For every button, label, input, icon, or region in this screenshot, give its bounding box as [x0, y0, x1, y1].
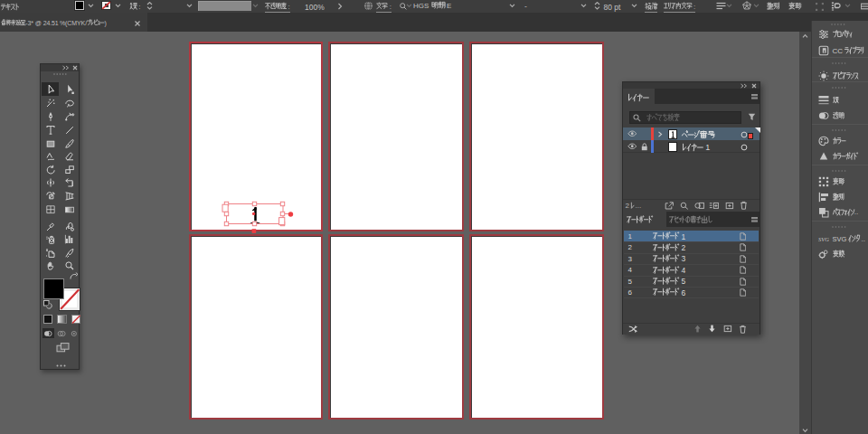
svg-text:SVG: SVG [818, 235, 829, 241]
